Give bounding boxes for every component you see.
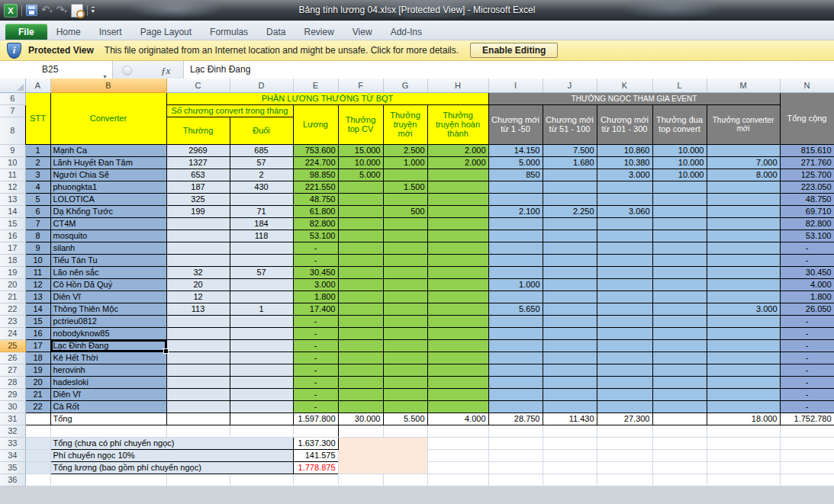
cell-L33[interactable] xyxy=(652,437,707,449)
cell-header-duoi[interactable]: Đuổi xyxy=(230,117,293,144)
cell-H24[interactable] xyxy=(427,327,488,339)
cell-G9[interactable]: 2.500 xyxy=(383,144,427,156)
cell-N18[interactable]: - xyxy=(780,254,834,266)
row-header-23[interactable]: 23 xyxy=(0,315,25,327)
row-header-13[interactable]: 13 xyxy=(0,193,25,205)
cell-G24[interactable] xyxy=(383,327,427,339)
cell-I29[interactable] xyxy=(488,388,543,400)
cell-C18[interactable] xyxy=(166,254,230,266)
cell-G26[interactable] xyxy=(383,352,427,364)
cell-L28[interactable] xyxy=(652,376,707,388)
cell-E20[interactable]: 3.000 xyxy=(293,278,338,291)
cell-K34[interactable] xyxy=(597,449,652,461)
cell-N35[interactable] xyxy=(780,461,834,474)
cell-E25[interactable]: - xyxy=(293,339,338,352)
cell-M17[interactable] xyxy=(707,242,780,254)
cell-K22[interactable] xyxy=(597,303,652,315)
cell-header-convert-band[interactable]: Số chương convert trong tháng xyxy=(166,104,293,117)
cell-B30[interactable]: Cà Rốt xyxy=(50,400,166,413)
cell-J19[interactable] xyxy=(543,266,597,278)
cell-H35[interactable] xyxy=(427,461,488,474)
cell-F32[interactable] xyxy=(338,425,383,437)
cell-D32[interactable] xyxy=(230,425,293,437)
column-header-A[interactable]: A xyxy=(25,79,50,92)
cell-I12[interactable] xyxy=(488,181,543,193)
cell-D15[interactable]: 184 xyxy=(230,217,293,230)
cell-F10[interactable]: 10.000 xyxy=(338,156,383,169)
cell-M32[interactable] xyxy=(707,425,780,437)
cell-H25[interactable] xyxy=(427,339,488,352)
cell-G10[interactable]: 1.000 xyxy=(383,156,427,169)
cell-L12[interactable] xyxy=(652,181,707,193)
cell-E22[interactable]: 17.400 xyxy=(293,303,338,315)
cell-J26[interactable] xyxy=(543,352,597,364)
cell-D31[interactable] xyxy=(230,413,293,425)
cell-D36[interactable] xyxy=(230,474,293,486)
cell-F22[interactable] xyxy=(338,303,383,315)
cell-E28[interactable]: - xyxy=(293,376,338,388)
cell-N36[interactable] xyxy=(780,474,834,486)
cell-H23[interactable] xyxy=(427,315,488,327)
cell-H12[interactable] xyxy=(427,181,488,193)
cell-G19[interactable] xyxy=(383,266,427,278)
cell-F16[interactable] xyxy=(338,230,383,242)
cell-E35[interactable]: 1.778.875 xyxy=(293,461,338,474)
cell-L19[interactable] xyxy=(652,266,707,278)
cell-F17[interactable] xyxy=(338,242,383,254)
cell-N19[interactable]: 30.450 xyxy=(780,266,834,278)
cell-K10[interactable]: 10.380 xyxy=(597,156,652,169)
cell-I31[interactable]: 28.750 xyxy=(488,413,543,425)
cell-D29[interactable] xyxy=(230,388,293,400)
cell-N11[interactable]: 125.700 xyxy=(780,169,834,181)
row-header-26[interactable]: 26 xyxy=(0,352,25,364)
cell-M18[interactable] xyxy=(707,254,780,266)
cell-E30[interactable]: - xyxy=(293,400,338,413)
cell-A12[interactable]: 4 xyxy=(25,181,50,193)
cell-N27[interactable]: - xyxy=(780,364,834,376)
cell-C30[interactable] xyxy=(166,400,230,413)
cell-C17[interactable] xyxy=(166,242,230,254)
cell-M31[interactable]: 18.000 xyxy=(707,413,780,425)
cell-H14[interactable] xyxy=(427,205,488,217)
cell-B16[interactable]: mosquito xyxy=(50,230,166,242)
cell-E11[interactable]: 98.850 xyxy=(293,169,338,181)
cell-B34[interactable]: Phí chuyển ngọc 10% xyxy=(50,449,293,461)
cell-F9[interactable]: 15.000 xyxy=(338,144,383,156)
cell-I24[interactable] xyxy=(488,327,543,339)
row-header-24[interactable]: 24 xyxy=(0,327,25,339)
cell-E34[interactable]: 141.575 xyxy=(293,449,338,461)
cell-A19[interactable]: 11 xyxy=(25,266,50,278)
cell-C26[interactable] xyxy=(166,352,230,364)
cell-H26[interactable] xyxy=(427,352,488,364)
cell-D14[interactable]: 71 xyxy=(230,205,293,217)
cell-C36[interactable] xyxy=(166,474,230,486)
cell-E12[interactable]: 221.550 xyxy=(293,181,338,193)
row-header-22[interactable]: 22 xyxy=(0,303,25,315)
cell-I27[interactable] xyxy=(488,364,543,376)
cell-M33[interactable] xyxy=(707,437,780,449)
cell-B36[interactable] xyxy=(50,474,166,486)
cell-L29[interactable] xyxy=(652,388,707,400)
cell-L34[interactable] xyxy=(652,449,707,461)
cell-I36[interactable] xyxy=(488,474,543,486)
cell-K19[interactable] xyxy=(597,266,652,278)
cell-J36[interactable] xyxy=(543,474,597,486)
row-header-17[interactable]: 17 xyxy=(0,242,25,254)
cell-K29[interactable] xyxy=(597,388,652,400)
cell-I33[interactable] xyxy=(488,437,543,449)
cell-F30[interactable] xyxy=(338,400,383,413)
cell-K13[interactable] xyxy=(597,193,652,205)
cell-N23[interactable]: - xyxy=(780,315,834,327)
cell-M27[interactable] xyxy=(707,364,780,376)
cell-E36[interactable] xyxy=(293,474,338,486)
cell-N22[interactable]: 26.050 xyxy=(780,303,834,315)
cell-header-hoan-thanh[interactable]: Thưởng truyện hoàn thành xyxy=(427,104,488,144)
cell-M22[interactable]: 3.000 xyxy=(707,303,780,315)
cell-A21[interactable]: 13 xyxy=(25,291,50,303)
cell-N34[interactable] xyxy=(780,449,834,461)
row-header-30[interactable]: 30 xyxy=(0,400,25,413)
cell-A9[interactable]: 1 xyxy=(25,144,50,156)
cell-F26[interactable] xyxy=(338,352,383,364)
cell-K24[interactable] xyxy=(597,327,652,339)
cell-K12[interactable] xyxy=(597,181,652,193)
